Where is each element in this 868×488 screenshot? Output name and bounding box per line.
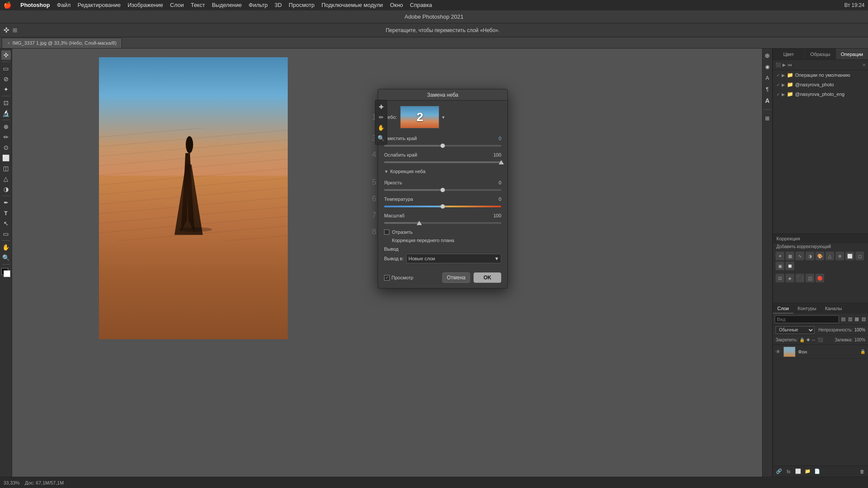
output-to-select[interactable]: Новые слои ▼ (406, 254, 501, 263)
scale-slider[interactable] (384, 222, 501, 224)
magic-wand-tool[interactable]: ✦ (1, 85, 11, 94)
channels-tab[interactable]: Каналы (821, 303, 846, 314)
fade-edge-slider[interactable] (384, 161, 501, 163)
fade-edge-thumb[interactable] (499, 160, 504, 164)
preview-checkbox[interactable]: ✓ (384, 275, 390, 281)
eraser-tool[interactable]: ⬜ (1, 153, 11, 163)
blend-mode-select[interactable]: Обычные (776, 326, 815, 334)
marquee-tool[interactable]: ▭ (1, 64, 11, 73)
exposure-icon[interactable]: ◑ (806, 252, 814, 260)
brightness-slider[interactable] (384, 189, 501, 191)
ops-item-default[interactable]: ✓ ▶ 📁 Операции по умолчанию (773, 70, 868, 80)
app-name[interactable]: Photoshop (17, 0, 53, 10)
vibrance-icon[interactable]: 🎨 (815, 252, 824, 260)
hsl-icon[interactable]: △ (825, 252, 834, 260)
shift-edge-thumb[interactable] (441, 144, 445, 148)
menu-layers[interactable]: Слои (167, 0, 187, 10)
tab-close-button[interactable]: × (7, 41, 10, 46)
path-selection-tool[interactable]: ↖ (1, 219, 11, 228)
eyedropper-tool[interactable]: 🔬 (1, 108, 11, 118)
filter-icon-icon[interactable]: ▥ (848, 315, 853, 324)
scale-thumb[interactable] (417, 221, 422, 225)
document-tab[interactable]: × IMG_3337 1.jpg @ 33,3% (Небо, Слой-мас… (2, 38, 122, 48)
temperature-slider[interactable] (384, 206, 501, 207)
lock-icon-4[interactable]: ⬛ (818, 337, 823, 342)
posterize-icon[interactable]: ◈ (786, 274, 794, 282)
levels-icon[interactable]: ▦ (786, 252, 794, 260)
sky-preview-container[interactable]: 2 ▼ (400, 106, 445, 128)
move-tool[interactable]: ✜ (1, 50, 11, 60)
bw-icon[interactable]: ⬜ (845, 252, 854, 260)
sidebar-icon-1[interactable]: ⊕ (763, 51, 772, 60)
photo-filter-icon[interactable]: ◻ (855, 252, 864, 260)
channel-mixer-icon[interactable]: ▣ (776, 262, 784, 270)
menu-3d[interactable]: 3D (271, 0, 286, 10)
color-lookup-icon[interactable]: 🔲 (786, 262, 794, 270)
filter-attr-icon[interactable]: ▧ (861, 315, 866, 324)
threshold-icon[interactable]: ⬛ (796, 274, 804, 282)
sky-correction-caret[interactable]: ▼ (384, 169, 388, 174)
curves-icon[interactable]: ∿ (796, 252, 804, 260)
cancel-button[interactable]: Отмена (442, 272, 470, 283)
sidebar-icon-5[interactable]: A (763, 96, 772, 105)
filter-type-icon[interactable]: ▤ (841, 315, 846, 324)
text-tool[interactable]: T (1, 208, 11, 218)
menu-view[interactable]: Просмотр (285, 0, 318, 10)
sky-dropdown-arrow[interactable]: ▼ (441, 115, 445, 120)
delete-layer-icon[interactable]: 🗑 (858, 467, 866, 476)
color-balance-icon[interactable]: ⊕ (835, 252, 844, 260)
menu-help[interactable]: Справка (407, 0, 436, 10)
crop-tool[interactable]: ⊡ (1, 98, 11, 108)
layer-visibility-icon[interactable]: 👁 (776, 349, 781, 355)
apple-menu[interactable]: 🍎 (3, 1, 12, 9)
add-mask-icon[interactable]: ⬜ (794, 467, 802, 476)
new-layer-icon[interactable]: 📄 (813, 467, 822, 476)
ops-item-eng[interactable]: ✓ ▶ 📁 @nasyrova_photo_eng (773, 89, 868, 99)
lasso-tool[interactable]: ⊘ (1, 74, 11, 84)
menu-plugins[interactable]: Подключаемые модули (318, 0, 387, 10)
sidebar-icon-2[interactable]: ◉ (763, 62, 772, 71)
tab-operations[interactable]: Операции (836, 49, 868, 59)
dodge-tool[interactable]: ◑ (1, 184, 11, 194)
dlg-tool-zoom[interactable]: 🔍 (376, 133, 386, 143)
tab-swatches[interactable]: Образцы (805, 49, 836, 59)
menu-edit[interactable]: Редактирование (74, 0, 124, 10)
bright-contrast-icon[interactable]: ☀ (776, 252, 784, 260)
add-style-icon[interactable]: fx (784, 467, 793, 476)
paths-tab[interactable]: Контуры (793, 303, 821, 314)
selective-color-icon[interactable]: 🔴 (815, 274, 824, 282)
hand-tool[interactable]: ✋ (1, 242, 11, 252)
invert-icon[interactable]: ⊡ (776, 274, 784, 282)
filter-mode-icon[interactable]: ▦ (855, 315, 860, 324)
layers-tab[interactable]: Слои (773, 303, 793, 314)
ok-button[interactable]: OK (473, 272, 501, 283)
clone-tool[interactable]: ⊙ (1, 143, 11, 152)
lock-icon-1[interactable]: 🔒 (799, 337, 805, 342)
dlg-tool-plus[interactable]: ✚ (376, 102, 386, 111)
invert-checkbox[interactable] (384, 229, 389, 235)
lock-icon-3[interactable]: ↔ (812, 337, 816, 342)
foreground-color[interactable] (1, 268, 11, 278)
ops-item-photo[interactable]: ✓ ▶ 📁 @nasyrova_photo (773, 80, 868, 89)
lock-icon-2[interactable]: ✚ (806, 337, 810, 342)
menu-text[interactable]: Текст (187, 0, 208, 10)
sidebar-icon-3[interactable]: A (763, 74, 772, 82)
sidebar-icon-4[interactable]: ¶ (763, 85, 772, 94)
menu-filter[interactable]: Фильтр (245, 0, 271, 10)
menu-image[interactable]: Изображение (124, 0, 167, 10)
gradient-map-icon[interactable]: ◫ (806, 274, 814, 282)
menu-window[interactable]: Окно (386, 0, 406, 10)
new-group-icon[interactable]: 📁 (803, 467, 812, 476)
dlg-tool-hand[interactable]: ✋ (376, 123, 386, 132)
layers-search-input[interactable] (775, 315, 839, 323)
temperature-thumb[interactable] (441, 204, 445, 209)
menu-select[interactable]: Выделение (208, 0, 245, 10)
gradient-tool[interactable]: ◫ (1, 164, 11, 173)
tab-color[interactable]: Цвет (773, 49, 805, 59)
shift-edge-slider[interactable] (384, 145, 501, 147)
menu-file[interactable]: Файл (53, 0, 74, 10)
sky-preview-box[interactable]: 2 (400, 106, 439, 128)
blur-tool[interactable]: △ (1, 174, 11, 183)
sidebar-icon-6[interactable]: ⊞ (763, 114, 772, 123)
shape-tool[interactable]: ▭ (1, 229, 11, 239)
